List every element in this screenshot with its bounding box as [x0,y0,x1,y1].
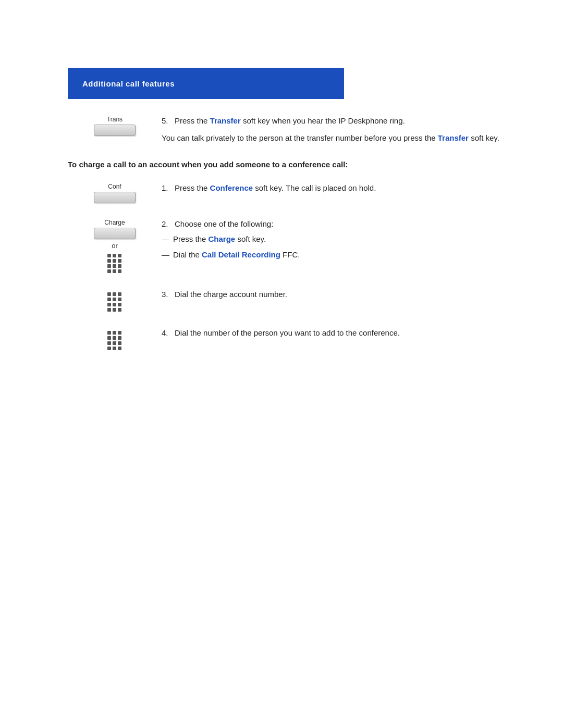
sub2-after: FFC. [280,250,300,259]
step-3-number: 3. [162,290,168,299]
sub1-content: Press the Charge soft key. [173,233,266,245]
keypad-dot [107,269,111,273]
header-banner: Additional call features [68,68,344,99]
keypad-dot [107,303,111,306]
keypad-grid-1 [107,254,122,274]
trans-button [94,125,136,136]
step-4-text: 4. Dial the number of the person you wan… [162,327,511,339]
step-1-text: 1. Press the Conference soft key. The ca… [162,182,511,194]
keypad-dot [118,264,121,268]
keypad-dot [118,259,121,263]
keypad-dot [118,298,121,301]
keypad-dot [107,292,111,296]
step-1-after: soft key. The call is placed on hold. [253,183,376,192]
conf-button [94,192,136,203]
step-5-text-main: Press the [175,116,210,125]
step-5-text-after: soft key when you hear the IP Deskphone … [241,116,405,125]
step-5-text: 5. Press the Transfer soft key when you … [162,115,511,144]
keypad-dot [113,331,116,335]
keypad-dot [118,292,121,296]
step-2-text: 2. Choose one of the following: — Press … [162,218,511,264]
or-label: or [112,242,118,250]
keypad-dot [113,264,116,268]
step-5-end: soft key. [469,133,499,142]
keypad-dot [118,303,121,306]
step-5-row: Trans 5. Press the Transfer soft key whe… [68,115,511,144]
step-1-icon: Conf [68,183,162,203]
keypad-dot [113,341,116,345]
keypad-grid-3 [107,331,122,351]
step-4-number: 4. [162,328,168,337]
page-container: Additional call features Trans 5. Press … [0,68,563,728]
step-3-row: 3. Dial the charge account number. [68,288,511,312]
keypad-dot [118,331,121,335]
sub2-before: Dial the [173,250,202,259]
step-5-icon: Trans [68,116,162,136]
keypad-dot [113,298,116,301]
step-4-content: Dial the number of the person you want t… [175,328,400,337]
keypad-dot [118,336,121,340]
keypad-dot [107,347,111,350]
sub1-after: soft key. [235,235,266,243]
step-2-number: 2. [162,219,168,228]
sub1-before: Press the [173,235,209,243]
step-2-text-main: Choose one of the following: [175,219,273,228]
step-5-secondary: You can talk privately to the person at … [162,133,438,142]
conference-link: Conference [210,183,253,192]
step-1-main: Press the [175,183,210,192]
keypad-dot [113,292,116,296]
step-3-para: 3. Dial the charge account number. [162,288,511,300]
sub-dash-2: — [162,249,173,261]
transfer-link-2: Transfer [438,133,469,142]
charge-button [94,228,136,239]
step-3-icon [68,289,162,312]
step-3-content: Dial the charge account number. [175,290,287,299]
content-area: Trans 5. Press the Transfer soft key whe… [68,115,511,351]
step-5-para1: 5. Press the Transfer soft key when you … [162,115,511,127]
keypad-dot [107,331,111,335]
step-4-row: 4. Dial the number of the person you wan… [68,327,511,351]
step-1-para: 1. Press the Conference soft key. The ca… [162,182,511,194]
step-4-para: 4. Dial the number of the person you wan… [162,327,511,339]
keypad-grid-2 [107,292,122,312]
section-heading: To charge a call to an account when you … [68,159,511,171]
step-2-main: 2. Choose one of the following: [162,218,511,230]
keypad-dot [113,303,116,306]
charge-label: Charge [104,219,125,226]
charge-soft-key-link: Charge [209,235,236,243]
keypad-dot [113,336,116,340]
keypad-dot [107,259,111,263]
keypad-dot [118,341,121,345]
sub-list: — Press the Charge soft key. — Dial the … [162,233,511,261]
step-1-row: Conf 1. Press the Conference soft key. T… [68,182,511,203]
keypad-dot [118,269,121,273]
keypad-dot [113,347,116,350]
keypad-dot [118,347,121,350]
transfer-link-1: Transfer [210,116,241,125]
trans-label: Trans [107,116,123,123]
keypad-dot [107,298,111,301]
step-5-para2: You can talk privately to the person at … [162,132,511,144]
step-1-number: 1. [162,183,168,192]
sub-item-1: — Press the Charge soft key. [162,233,511,245]
keypad-dot [107,308,111,312]
sub2-content: Dial the Call Detail Recording FFC. [173,249,300,261]
call-detail-recording-link: Call Detail Recording [202,250,280,259]
sub-dash-1: — [162,233,173,245]
keypad-dot [113,254,116,257]
keypad-dot [113,308,116,312]
keypad-dot [107,336,111,340]
keypad-dot [118,308,121,312]
sub-item-2: — Dial the Call Detail Recording FFC. [162,249,511,261]
keypad-dot [107,254,111,257]
keypad-dot [118,254,121,257]
conf-label: Conf [108,183,121,190]
step-3-text: 3. Dial the charge account number. [162,288,511,300]
keypad-dot [107,264,111,268]
keypad-dot [113,259,116,263]
header-title: Additional call features [82,79,175,88]
step-4-icon [68,328,162,351]
step-5-number: 5. [162,116,168,125]
step-2-row: Charge or [68,218,511,274]
keypad-dot [113,269,116,273]
